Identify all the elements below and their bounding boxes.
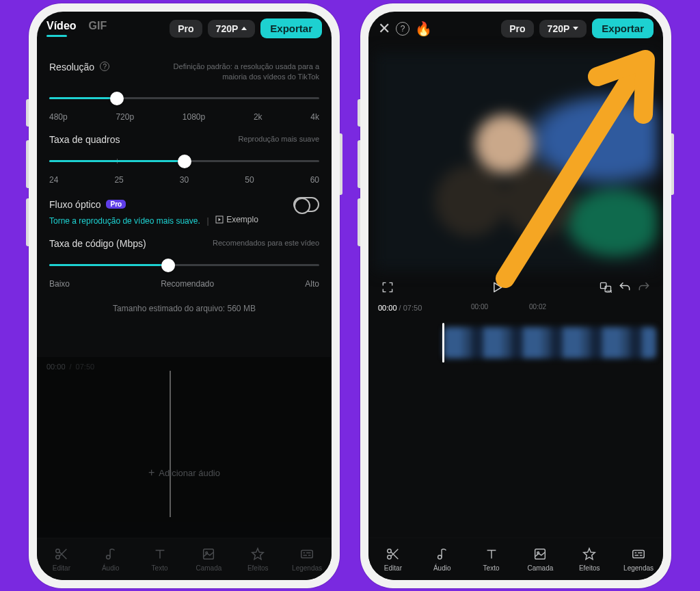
bottom-toolbar: Editar Áudio Texto Camada Efeitos Legend…: [37, 538, 332, 580]
tool-layer[interactable]: Camada: [521, 547, 559, 572]
framerate-slider[interactable]: [49, 152, 319, 171]
example-button[interactable]: Exemplo: [215, 215, 258, 224]
tool-text[interactable]: Texto: [472, 547, 511, 572]
tool-edit[interactable]: Editar: [374, 547, 412, 572]
layer-icon: [201, 547, 216, 562]
captions-icon: [631, 547, 646, 562]
pro-chip: Pro: [106, 200, 126, 209]
redo-icon[interactable]: [637, 280, 651, 294]
bitrate-label: Taxa de código (Mbps): [49, 238, 146, 249]
tool-effects[interactable]: Efeitos: [239, 547, 277, 572]
export-button[interactable]: Exportar: [592, 18, 654, 38]
tool-effects[interactable]: Efeitos: [570, 547, 608, 572]
framerate-label: Taxa de quadros: [49, 134, 120, 145]
pro-badge[interactable]: Pro: [501, 20, 533, 38]
star-icon: [582, 547, 597, 562]
caret-up-icon: [241, 27, 247, 30]
keyframe-icon[interactable]: ON: [599, 280, 612, 294]
estimated-size: Tamanho estimado do arquivo: 560 MB: [49, 304, 319, 313]
layer-icon: [533, 547, 548, 562]
video-clip[interactable]: [444, 327, 656, 358]
tool-layer[interactable]: Camada: [189, 547, 228, 572]
format-tabs: Vídeo GIF: [46, 20, 107, 37]
tool-captions[interactable]: Legendas: [619, 547, 658, 572]
optical-flow-toggle[interactable]: [293, 197, 319, 212]
play-icon[interactable]: [490, 280, 504, 294]
svg-rect-15: [633, 551, 645, 558]
text-icon: [152, 547, 167, 562]
tool-audio[interactable]: Áudio: [92, 547, 130, 572]
play-box-icon: [215, 215, 224, 224]
svg-text:ON: ON: [606, 289, 612, 293]
scissors-icon: [386, 547, 401, 562]
captions-icon: [299, 547, 314, 562]
svg-point-12: [438, 555, 442, 560]
text-icon: [484, 547, 499, 562]
resolution-label: Resolução: [49, 62, 94, 73]
music-note-icon: [435, 547, 450, 562]
pro-badge[interactable]: Pro: [170, 20, 202, 38]
video-preview[interactable]: [374, 52, 658, 271]
caret-down-icon: [573, 27, 578, 30]
resolution-value: 720P: [548, 23, 570, 34]
flame-icon[interactable]: 🔥: [415, 21, 432, 37]
playback-controls: ON: [368, 271, 663, 300]
help-icon[interactable]: ?: [396, 22, 409, 36]
export-button[interactable]: Exportar: [260, 18, 322, 38]
timeline[interactable]: [368, 323, 663, 363]
resolution-dropdown[interactable]: 720P: [539, 20, 587, 38]
bitrate-hint: Recomendados para este vídeo: [213, 238, 319, 248]
close-icon[interactable]: ✕: [378, 20, 390, 38]
playhead[interactable]: [442, 323, 444, 363]
undo-icon[interactable]: [618, 280, 632, 294]
help-icon[interactable]: ?: [100, 62, 109, 71]
resolution-slider[interactable]: [49, 89, 319, 108]
tool-captions[interactable]: Legendas: [288, 547, 326, 572]
music-note-icon: [103, 547, 118, 562]
background-editor: 00:00 / 07:50 + Adicionar áudio: [37, 357, 332, 538]
bottom-toolbar: Editar Áudio Texto Camada Efeitos Legend…: [368, 538, 663, 580]
tab-video[interactable]: Vídeo: [46, 20, 77, 37]
resolution-value: 720P: [216, 23, 239, 34]
export-settings-header: Vídeo GIF Pro 720P Exportar: [37, 12, 332, 44]
editor-header: ✕ ? 🔥 Pro 720P Exportar: [368, 12, 663, 44]
resolution-hint: Definição padrão: a resolução usada para…: [169, 62, 319, 82]
tool-text[interactable]: Texto: [141, 547, 179, 572]
optical-flow-link[interactable]: Torne a reprodução de vídeo mais suave.: [49, 216, 200, 226]
tab-gif[interactable]: GIF: [89, 20, 107, 37]
tool-edit[interactable]: Editar: [42, 547, 81, 572]
resolution-dropdown[interactable]: 720P: [208, 20, 256, 38]
scissors-icon: [54, 547, 69, 562]
bitrate-ticks: Baixo Recomendado Alto: [49, 279, 319, 289]
resolution-ticks: 480p 720p 1080p 2k 4k: [49, 112, 319, 122]
tool-audio[interactable]: Áudio: [423, 547, 461, 572]
star-icon: [250, 547, 265, 562]
optical-flow-label: Fluxo óptico: [49, 199, 100, 210]
add-audio-button[interactable]: + Adicionar áudio: [148, 467, 220, 479]
svg-rect-6: [301, 551, 313, 558]
bitrate-slider[interactable]: [49, 256, 319, 275]
fullscreen-icon[interactable]: [381, 280, 394, 294]
framerate-ticks: 24 25 30 50 60: [49, 175, 319, 185]
svg-point-3: [106, 555, 110, 560]
framerate-hint: Reprodução mais suave: [238, 134, 319, 144]
